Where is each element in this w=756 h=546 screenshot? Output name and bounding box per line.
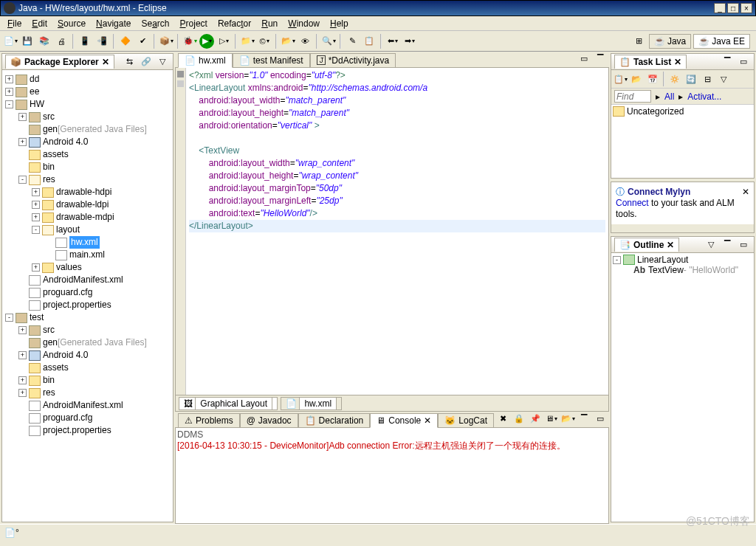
tree-row[interactable]: proguard.cfg <box>5 286 170 299</box>
close-button[interactable]: × <box>740 3 752 13</box>
console-max-icon[interactable]: ▭ <box>593 411 608 426</box>
tree-row[interactable]: +bin <box>5 374 170 387</box>
tree-row[interactable]: -layout <box>5 224 170 236</box>
expand-icon[interactable]: + <box>32 201 40 209</box>
save-button[interactable]: 💾 <box>20 34 35 49</box>
menu-source[interactable]: Source <box>53 17 90 30</box>
tab-declaration[interactable]: 📋 Declaration <box>298 413 371 428</box>
task-uncategorized[interactable]: Uncategorized <box>627 106 684 117</box>
tree-row[interactable]: project.properties <box>5 424 170 437</box>
expand-icon[interactable]: + <box>32 188 40 196</box>
lint-button[interactable]: ✔ <box>135 34 150 49</box>
task-menu-icon[interactable]: ▽ <box>716 72 731 86</box>
new-project-button[interactable]: 📦▾ <box>159 34 173 49</box>
task-all-link[interactable]: All <box>664 91 674 102</box>
tree-row[interactable]: +drawable-mdpi <box>5 211 170 224</box>
expand-icon[interactable]: - <box>32 226 40 234</box>
console-view[interactable]: DDMS [2016-04-13 10:30:15 - DeviceMonito… <box>175 428 609 524</box>
menu-project[interactable]: Project <box>176 17 212 30</box>
perspective-java[interactable]: ☕ Java <box>649 34 691 49</box>
tree-row[interactable]: main.xml <box>5 249 170 261</box>
console-open-icon[interactable]: 📂▾ <box>560 411 575 426</box>
outline-menu-icon[interactable]: ▽ <box>704 238 718 252</box>
task-find-input[interactable] <box>614 90 651 103</box>
tasklist-body[interactable]: Uncategorized <box>611 105 754 178</box>
expand-icon[interactable]: + <box>18 113 27 121</box>
view-menu-button[interactable]: ▽ <box>155 55 170 69</box>
tree-row[interactable]: +drawable-hdpi <box>5 186 170 198</box>
console-display-icon[interactable]: 🖥▾ <box>544 411 559 426</box>
tree-row[interactable]: hw.xml <box>5 236 170 249</box>
menu-edit[interactable]: Edit <box>27 17 52 30</box>
run-button[interactable]: ▶▾ <box>199 34 214 49</box>
console-lock-icon[interactable]: 🔒 <box>512 411 526 426</box>
tab-logcat[interactable]: 🐱 LogCat <box>438 413 494 428</box>
tree-row[interactable]: project.properties <box>5 299 170 311</box>
tree-row[interactable]: +res <box>5 387 170 399</box>
tasklist-tab[interactable]: 📋 Task List ✕ <box>614 55 687 69</box>
annotations-button[interactable]: 📋 <box>362 34 377 49</box>
tree-row[interactable]: gen [Generated Java Files] <box>5 123 170 136</box>
tasklist-min-icon[interactable]: ▔ <box>720 55 735 69</box>
tree-row[interactable]: assets <box>5 362 170 374</box>
console-clear-icon[interactable]: ✖ <box>495 411 510 426</box>
tasklist-max-icon[interactable]: ▭ <box>736 55 751 69</box>
editor-code[interactable]: <?xml version="1.0" encoding="utf-8"?> <… <box>186 68 608 395</box>
expand-icon[interactable]: + <box>5 88 13 96</box>
outline-min-icon[interactable]: ▔ <box>720 238 735 252</box>
tree-row[interactable]: +Android 4.0 <box>5 349 170 362</box>
tab-source[interactable]: 📄 hw.xml <box>281 397 342 410</box>
open-task-button[interactable]: 📂▾ <box>281 34 295 49</box>
collapse-all-button[interactable]: ⇆ <box>123 55 137 69</box>
tree-row[interactable]: +drawable-ldpi <box>5 198 170 211</box>
editor-tab-manifest[interactable]: 📄 test Manifest <box>233 53 310 68</box>
tree-row[interactable]: +dd <box>5 73 170 86</box>
search-button[interactable]: 🔍▾ <box>321 34 336 49</box>
tree-row[interactable]: proguard.cfg <box>5 412 170 424</box>
new-class-button[interactable]: ©▾ <box>257 34 272 49</box>
open-perspective-button[interactable]: ⊞ <box>632 34 647 49</box>
expand-icon[interactable]: + <box>18 138 27 146</box>
toggle-mark-button[interactable]: ✎ <box>345 34 360 49</box>
outline-textview[interactable]: TextView <box>648 265 684 275</box>
editor-tab-ddactivity[interactable]: 🄹 *DdActivity.java <box>310 53 396 68</box>
expand-icon[interactable]: - <box>18 176 27 184</box>
tree-row[interactable]: gen [Generated Java Files] <box>5 336 170 349</box>
open-type-button[interactable]: 🔶 <box>118 34 133 49</box>
tree-row[interactable]: assets <box>5 148 170 161</box>
tab-problems[interactable]: ⚠ Problems <box>178 413 240 428</box>
menu-navigate[interactable]: Navigate <box>92 17 135 30</box>
new-button[interactable]: 📄▾ <box>3 34 18 49</box>
package-explorer-tab[interactable]: 📦 Package Explorer ✕ <box>5 55 114 69</box>
task-new-icon[interactable]: 📋▾ <box>613 72 628 86</box>
tree-row[interactable]: AndroidManifest.xml <box>5 399 170 412</box>
tab-javadoc[interactable]: @ Javadoc <box>240 413 298 428</box>
console-pin-icon[interactable]: 📌 <box>528 411 543 426</box>
menu-run[interactable]: Run <box>257 17 282 30</box>
print-button[interactable]: 🖨 <box>54 34 69 49</box>
menu-refactor[interactable]: Refactor <box>213 17 255 30</box>
maximize-button[interactable]: □ <box>727 3 739 13</box>
tab-console[interactable]: 🖥 Console ✕ <box>370 413 438 428</box>
expand-icon[interactable]: + <box>18 351 27 359</box>
expand-icon[interactable]: + <box>18 389 27 397</box>
tree-row[interactable]: +src <box>5 324 170 336</box>
tree-row[interactable]: -res <box>5 173 170 186</box>
expand-icon[interactable]: - <box>5 314 13 322</box>
perspective-javaee[interactable]: ☕ Java EE <box>693 34 750 49</box>
tree-row[interactable]: bin <box>5 161 170 173</box>
tree-row[interactable]: AndroidManifest.xml <box>5 274 170 286</box>
expand-icon[interactable]: + <box>18 376 27 384</box>
mylyn-close-icon[interactable]: ✕ <box>742 187 749 198</box>
tab-graphical-layout[interactable]: 🖼 Graphical Layout <box>179 397 278 410</box>
code-editor[interactable]: <?xml version="1.0" encoding="utf-8"?> <… <box>175 68 609 395</box>
minimize-button[interactable]: _ <box>714 3 726 13</box>
package-explorer-tree[interactable]: +dd+ee-HW+srcgen [Generated Java Files]+… <box>2 70 173 522</box>
editor-minimize-icon[interactable]: ▔ <box>593 51 608 66</box>
expand-icon[interactable]: + <box>5 75 13 83</box>
tree-row[interactable]: -HW <box>5 98 170 111</box>
outline-tab[interactable]: 📑 Outline ✕ <box>614 238 679 252</box>
tree-row[interactable]: +ee <box>5 86 170 98</box>
expand-icon[interactable]: - <box>5 100 13 108</box>
expand-icon[interactable]: + <box>32 213 40 221</box>
